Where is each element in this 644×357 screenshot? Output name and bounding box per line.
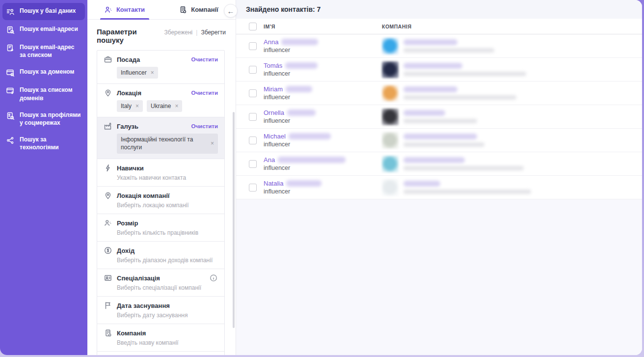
pin-icon [104,88,112,97]
company-icon [179,5,187,14]
contacts-table: ІМ'Я КОМПАНІЯ Anna influencer [236,19,642,199]
row-checkbox[interactable] [249,113,257,121]
company-logo [382,61,399,78]
filter-tag[interactable]: Italy× [117,100,143,112]
table-row[interactable]: Ornella influencer [236,105,642,129]
list-person-icon [6,7,15,16]
sidebar-item-domain-search[interactable]: Пошук за доменом [2,64,85,81]
clear-filter-link[interactable]: Очистити [191,56,218,62]
contact-name-link[interactable]: Natalia [264,180,283,187]
contact-name-link[interactable]: Anna [264,38,278,46]
redacted-last-name [289,133,331,139]
sidebar-item-email-search[interactable]: Пошук email-адреси [2,21,85,38]
redacted-company-details [403,119,477,123]
filter-tag[interactable]: Influencer× [117,67,158,79]
table-row[interactable]: Natalia influencer [236,176,642,199]
filter-revenue[interactable]: Дохід Виберіть діапазон доходів компанії [97,242,224,269]
table-row[interactable]: Tomás influencer [236,58,642,82]
redacted-last-name [286,86,312,92]
table-row[interactable]: Miriam influencer [236,82,642,105]
results-empty-area [236,199,642,355]
back-arrow-icon: ← [227,7,235,15]
remove-tag-icon[interactable]: × [135,103,139,110]
filter-company[interactable]: Компанія Введіть назву компанії [97,324,224,352]
row-checkbox[interactable] [249,42,257,50]
building-icon [104,329,112,337]
sidebar-item-social-profile-search[interactable]: Пошук за профілями у соцмережах [2,107,85,131]
factory-icon [104,122,112,131]
redacted-company-name [403,86,457,92]
sidebar-item-email-list-search[interactable]: Пошук email-адрес за списком [2,39,85,63]
table-row[interactable]: Ana influencer [236,152,642,176]
search-parameters-panel: Контакти Компанії Параметри пошуку Збере… [87,0,236,355]
filter-first-name[interactable]: Ім'я Введіть ім'я [97,352,224,355]
filter-location[interactable]: Локація Очистити Italy× Ukraine× [97,84,224,117]
redacted-company-name [403,181,440,187]
redacted-company-name [403,134,477,139]
flag-icon [104,301,112,310]
redacted-company-name [403,110,445,116]
redacted-last-name [285,62,318,69]
redacted-company-name [403,39,457,45]
company-logo [382,85,399,102]
dollar-icon [104,246,112,255]
contact-name-link[interactable]: Ornella [264,109,284,116]
filter-industry[interactable]: Галузь Очистити Інформаційні технології … [97,117,224,159]
filter-position[interactable]: Посада Очистити Influencer× [97,51,224,84]
contacts-icon [104,5,112,14]
company-logo [382,156,399,172]
filter-placeholder: Виберіть дату заснування [117,312,218,319]
clear-filter-link[interactable]: Очистити [191,90,218,96]
filter-skills[interactable]: Навички Укажіть навички контакта [97,159,224,187]
table-row[interactable]: Michael influencer [236,129,642,152]
remove-tag-icon[interactable]: × [211,140,214,148]
main-area: ← Контакти Компанії Параметри пошуку Збе… [87,0,642,355]
filter-placeholder: Введіть назву компанії [117,339,218,346]
filter-label: Локація компанії [117,192,218,199]
collapse-panel-button[interactable]: ← [224,4,238,18]
tab-contacts[interactable]: Контакти [87,0,161,19]
contact-name-link[interactable]: Michael [264,133,286,140]
contact-name-link[interactable]: Miriam [264,85,283,93]
filter-label: Дата заснування [117,302,218,309]
entity-tabs: Контакти Компанії [87,0,236,20]
app-window: Пошук у базі даних Пошук email-адреси По… [0,0,642,355]
remove-tag-icon[interactable]: × [175,103,178,110]
filter-tag[interactable]: Інформаційні технології та послуги× [117,134,218,154]
filter-specialization[interactable]: Спеціалізація Виберіть спеціалізації ком… [97,269,224,297]
table-row[interactable]: Anna influencer [236,34,642,58]
filter-founded-date[interactable]: Дата заснування Виберіть дату заснування [97,297,224,324]
save-search-link[interactable]: Зберегти [201,29,226,36]
filter-scrollbar[interactable] [233,112,235,328]
saved-searches-link[interactable]: Збережені [164,29,192,36]
link-separator: | [196,29,197,36]
contact-name-link[interactable]: Tomás [264,62,282,69]
clear-filter-link[interactable]: Очистити [191,123,218,129]
column-header-name: ІМ'Я [264,24,382,29]
tab-label: Компанії [191,6,218,13]
company-logo [382,38,399,55]
sidebar-item-database-search[interactable]: Пошук у базі даних [2,3,85,20]
sidebar-item-label: Пошук email-адреси [20,25,78,33]
row-checkbox[interactable] [249,184,257,192]
sidebar-item-label: Пошук за профілями у соцмережах [20,111,81,127]
contact-role: influencer [264,188,382,195]
remove-tag-icon[interactable]: × [151,69,154,76]
row-checkbox[interactable] [249,66,257,74]
contact-name-link[interactable]: Ana [264,156,275,164]
redacted-company-details [403,190,531,194]
row-checkbox[interactable] [249,89,257,97]
filter-tag[interactable]: Ukraine× [147,100,182,112]
contact-role: influencer [264,141,382,148]
select-all-checkbox[interactable] [249,23,257,30]
filter-size[interactable]: Розмір Виберіть кількість працівників [97,214,224,242]
row-checkbox[interactable] [249,137,257,144]
sidebar-item-domain-list-search[interactable]: Пошук за списком доменів [2,82,85,106]
row-checkbox[interactable] [249,160,257,168]
filter-company-location[interactable]: Локація компанії Виберіть локацію компан… [97,187,224,214]
sidebar-item-technology-search[interactable]: Пошук за технологіями [2,132,85,155]
redacted-company-details [403,142,484,147]
results-panel: Знайдено контактів: 7 ІМ'Я КОМПАНІЯ Anna… [236,0,642,355]
info-icon[interactable] [209,274,218,282]
browser-download-icon [6,86,15,95]
